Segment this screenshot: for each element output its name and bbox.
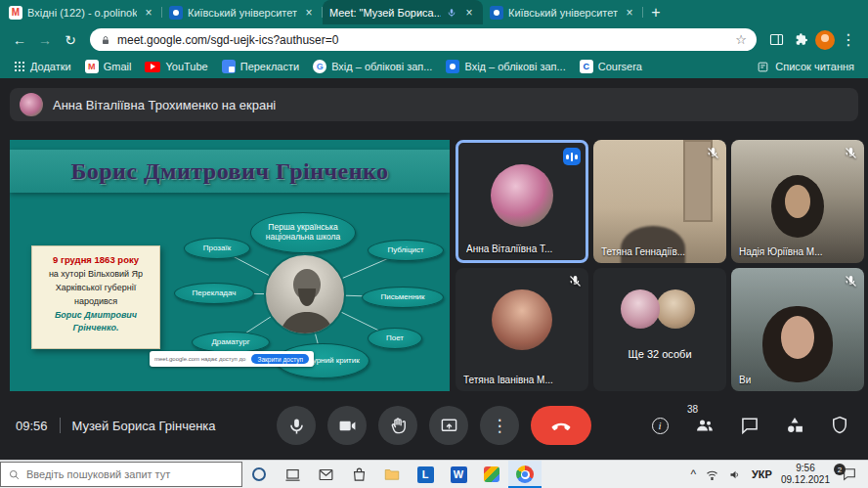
more-options-button[interactable]: ⋮: [480, 406, 519, 445]
back-button[interactable]: ←: [8, 28, 31, 52]
notification-count-badge: 2: [834, 464, 846, 475]
participant-count-badge: 38: [687, 404, 698, 415]
bookmark-apps[interactable]: Додатки: [8, 59, 77, 74]
search-input[interactable]: [26, 468, 235, 480]
tab-university-1[interactable]: Київський університет ім... ×: [162, 0, 323, 24]
gmail-icon: M: [85, 60, 99, 73]
taskbar-store[interactable]: [342, 461, 375, 488]
bookmark-signin-1[interactable]: G Вхід – облікові зап...: [307, 58, 438, 75]
taskbar-search[interactable]: [0, 462, 242, 487]
new-tab-button[interactable]: +: [643, 0, 669, 24]
browser-menu-icon[interactable]: ⋮: [837, 28, 860, 52]
chat-button[interactable]: [739, 415, 760, 436]
bookmark-star-icon[interactable]: ☆: [735, 33, 747, 46]
taskbar-photos[interactable]: [475, 461, 508, 488]
meeting-time: 09:56: [16, 419, 48, 433]
address-bar[interactable]: meet.google.com/sgd-uejk-ics?authuser=0 …: [90, 28, 757, 51]
reading-list-button[interactable]: Список читання: [751, 59, 860, 75]
taskbar-word[interactable]: W: [442, 461, 475, 488]
tab-title: Київський університет ім...: [188, 7, 297, 19]
coursera-icon: C: [580, 60, 593, 73]
raise-hand-button[interactable]: [378, 406, 417, 445]
meet-main: Анна Віталіївна Трохименко на екрані Бор…: [0, 78, 868, 460]
taskbar-task-view[interactable]: [276, 461, 309, 488]
participant-tile-anna[interactable]: Анна Віталіївна Т...: [456, 140, 588, 263]
meet-control-bar: 09:56 Музей Бориса Грінченка ⋮: [0, 391, 868, 460]
mindmap-bubble: Перша українська національна школа: [250, 212, 356, 253]
tab-meet-active[interactable]: Meet: "Музей Бориса... ×: [323, 0, 483, 24]
info-line: народився: [35, 295, 156, 309]
refresh-button[interactable]: ↻: [59, 28, 82, 52]
activities-button[interactable]: [784, 415, 805, 436]
bookmark-label: YouTube: [165, 61, 207, 72]
network-icon[interactable]: [705, 467, 719, 482]
participant-tile-self[interactable]: Ви: [731, 268, 864, 391]
meeting-details-button[interactable]: i: [649, 415, 671, 436]
participant-avatar: [621, 289, 660, 329]
taskbar-app-l[interactable]: L: [409, 461, 442, 488]
tray-expand-icon[interactable]: ^: [690, 467, 696, 481]
mindmap-bubble: Прозаїк: [184, 238, 250, 259]
mic-button[interactable]: [277, 406, 316, 445]
more-people-label: Ще 32 особи: [593, 348, 726, 360]
app-l-icon: L: [417, 466, 434, 483]
info-line: 9 грудня 1863 року: [35, 253, 156, 268]
bookmark-label: Додатки: [30, 61, 71, 72]
bookmark-youtube[interactable]: YouTube: [139, 59, 213, 74]
mic-muted-icon: [844, 274, 858, 288]
presenter-avatar: [20, 93, 43, 116]
system-tray: ^ УКР 9:56 09.12.2021 2: [682, 461, 868, 488]
tab-mic-indicator-icon: [446, 7, 457, 19]
forward-button[interactable]: →: [33, 28, 57, 52]
close-icon[interactable]: ×: [462, 6, 476, 20]
mic-muted-icon: [844, 146, 858, 160]
tab-title: Вхідні (122) - o.polinok@k...: [27, 7, 137, 19]
participant-tile-nadiia[interactable]: Надія Юріївна М...: [731, 140, 864, 263]
slide-info-box: 9 грудня 1863 року на хуторі Вільховий Я…: [31, 245, 160, 349]
side-panel-icon[interactable]: [764, 28, 788, 52]
presenting-banner: Анна Віталіївна Трохименко на екрані: [10, 88, 858, 121]
extensions-icon[interactable]: [790, 28, 813, 52]
bookmark-signin-2[interactable]: Вхід – облікові зап...: [440, 58, 571, 75]
tab-gmail-inbox[interactable]: M Вхідні (122) - o.polinok@k... ×: [2, 0, 162, 24]
clock[interactable]: 9:56 09.12.2021: [781, 463, 830, 487]
close-icon[interactable]: ×: [623, 6, 636, 20]
cortana-icon: [252, 467, 266, 481]
info-line: на хуторі Вільховий Яр: [35, 268, 156, 282]
info-line: Грінченко.: [35, 322, 156, 335]
taskbar-chrome[interactable]: [508, 461, 542, 488]
language-indicator[interactable]: УКР: [752, 468, 772, 480]
taskbar-mail[interactable]: [309, 461, 342, 488]
info-line: Борис Дмитрович: [35, 309, 156, 323]
store-icon: [351, 466, 368, 483]
account-icon: [446, 60, 459, 73]
end-call-button[interactable]: [531, 406, 591, 445]
tab-university-2[interactable]: Київський університет ім... ×: [483, 0, 643, 24]
mindmap-bubble: Публіцист: [368, 240, 444, 261]
call-controls: ⋮: [277, 406, 591, 445]
bookmark-coursera[interactable]: C Coursera: [574, 58, 648, 75]
action-center-button[interactable]: 2: [839, 466, 860, 482]
close-icon[interactable]: ×: [142, 6, 155, 20]
photos-icon: [484, 466, 499, 482]
university-favicon: [169, 6, 183, 20]
tray-time: 9:56: [781, 463, 830, 475]
taskbar-cortana[interactable]: [242, 461, 276, 488]
url-text: meet.google.com/sgd-uejk-ics?authuser=0: [117, 33, 729, 47]
participants-button[interactable]: 38: [694, 415, 716, 436]
youtube-icon: [145, 62, 160, 72]
close-icon[interactable]: ×: [302, 6, 316, 20]
search-icon: [8, 468, 21, 481]
bookmark-translate[interactable]: Перекласти: [216, 58, 305, 75]
present-button[interactable]: [429, 406, 468, 445]
participant-tile-tetiana-i[interactable]: Тетяна Іванівна М...: [456, 268, 588, 391]
volume-icon[interactable]: [728, 467, 743, 482]
profile-avatar[interactable]: [815, 30, 835, 50]
chrome-icon: [516, 466, 534, 483]
bookmark-gmail[interactable]: M Gmail: [79, 58, 138, 75]
taskbar-explorer[interactable]: [375, 461, 409, 488]
camera-button[interactable]: [327, 406, 367, 445]
participant-tile-overflow[interactable]: Ще 32 особи: [593, 268, 726, 391]
host-controls-button[interactable]: [829, 415, 850, 436]
participant-tile-tetiana-g[interactable]: Тетяна Геннадіїв...: [593, 140, 726, 263]
